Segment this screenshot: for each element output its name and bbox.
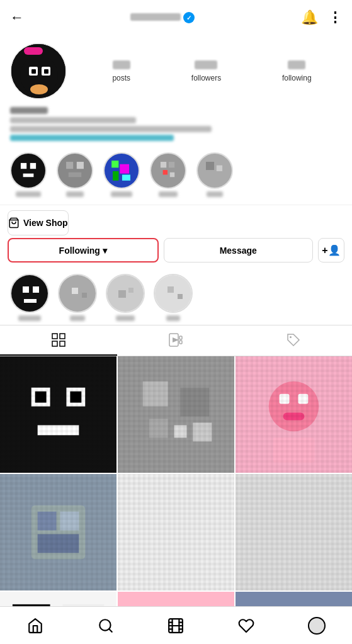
grid-item-4[interactable] bbox=[0, 474, 116, 590]
svg-rect-26 bbox=[198, 154, 232, 188]
message-button[interactable]: Message bbox=[164, 238, 314, 263]
followers-stat[interactable]: followers bbox=[191, 60, 221, 82]
hl2-label-2 bbox=[70, 315, 85, 321]
back-button[interactable]: ← bbox=[10, 9, 24, 26]
posts-count bbox=[113, 60, 130, 72]
bio-line2 bbox=[10, 126, 212, 132]
view-shop-label: View Shop bbox=[23, 218, 68, 228]
nav-reels[interactable] bbox=[162, 612, 190, 640]
highlight-label-4 bbox=[159, 191, 178, 197]
posts-stat[interactable]: posts bbox=[112, 60, 130, 82]
svg-rect-5 bbox=[31, 69, 36, 74]
svg-rect-1 bbox=[24, 47, 43, 55]
svg-point-7 bbox=[30, 84, 48, 94]
grid-item-5[interactable] bbox=[118, 474, 234, 590]
grid-item-1[interactable] bbox=[0, 356, 116, 473]
nav-actions: 🔔 ⋮ bbox=[301, 9, 342, 26]
svg-rect-18 bbox=[120, 164, 129, 174]
nav-home[interactable] bbox=[21, 612, 49, 640]
grid-item-3[interactable] bbox=[236, 356, 352, 473]
hl2-item-2[interactable] bbox=[58, 274, 97, 321]
svg-rect-46 bbox=[60, 341, 65, 346]
username-label bbox=[130, 12, 181, 23]
highlight-circle-2 bbox=[57, 152, 93, 189]
view-shop-wrapper: View Shop bbox=[0, 205, 352, 238]
highlight-circle-4 bbox=[150, 152, 186, 189]
bottom-navigation bbox=[0, 606, 352, 644]
highlight-item-1[interactable] bbox=[10, 152, 47, 197]
hl2-circle-4 bbox=[154, 274, 193, 313]
tab-video[interactable] bbox=[117, 325, 234, 356]
posts-label: posts bbox=[112, 74, 130, 82]
add-friend-icon: +👤 bbox=[322, 244, 340, 256]
search-icon bbox=[98, 618, 114, 634]
highlight-label-3 bbox=[111, 191, 132, 197]
hl2-label-4 bbox=[166, 315, 180, 321]
svg-rect-39 bbox=[128, 288, 133, 293]
highlight-item-3[interactable] bbox=[103, 152, 140, 197]
following-label: Following bbox=[59, 246, 100, 256]
svg-rect-32 bbox=[33, 286, 39, 293]
svg-rect-31 bbox=[23, 286, 29, 293]
hl2-item-4[interactable] bbox=[154, 274, 193, 321]
svg-point-51 bbox=[290, 336, 292, 338]
photo-grid: X O bbox=[0, 356, 352, 644]
svg-rect-42 bbox=[178, 294, 183, 299]
highlights-row bbox=[0, 147, 352, 205]
following-stat[interactable]: following bbox=[282, 60, 312, 82]
bio-name-bar bbox=[10, 107, 48, 114]
hl2-circle-3 bbox=[106, 274, 145, 313]
highlight-circle-1 bbox=[10, 152, 47, 189]
nav-activity[interactable] bbox=[232, 612, 260, 640]
verified-badge bbox=[183, 12, 195, 23]
tab-tagged[interactable] bbox=[235, 325, 352, 356]
svg-rect-20 bbox=[122, 175, 130, 181]
hl2-circle-1 bbox=[10, 274, 49, 313]
profile-top-row: posts followers following bbox=[10, 43, 342, 99]
svg-rect-30 bbox=[11, 275, 49, 313]
notification-icon[interactable]: 🔔 bbox=[301, 9, 318, 26]
profile-section: posts followers following bbox=[0, 35, 352, 99]
highlights-row-2 bbox=[0, 269, 352, 325]
shop-bag-icon bbox=[8, 217, 20, 229]
svg-rect-10 bbox=[30, 163, 36, 169]
svg-rect-49 bbox=[179, 336, 182, 339]
svg-rect-12 bbox=[58, 154, 92, 188]
svg-rect-43 bbox=[52, 334, 57, 339]
highlight-label-5 bbox=[207, 191, 223, 197]
svg-rect-36 bbox=[82, 293, 87, 298]
reels-icon bbox=[167, 618, 184, 634]
followers-count bbox=[195, 60, 217, 72]
svg-rect-50 bbox=[179, 341, 182, 344]
nav-profile[interactable] bbox=[303, 612, 331, 640]
highlight-label-2 bbox=[66, 191, 84, 197]
tab-grid[interactable] bbox=[0, 325, 117, 356]
following-button[interactable]: Following ▾ bbox=[8, 238, 159, 263]
add-friend-button[interactable]: +👤 bbox=[318, 238, 344, 263]
svg-rect-11 bbox=[23, 174, 34, 178]
hl2-item-3[interactable] bbox=[106, 274, 145, 321]
hl2-item-1[interactable] bbox=[10, 274, 49, 321]
svg-rect-35 bbox=[72, 288, 78, 294]
highlight-item-5[interactable] bbox=[196, 152, 233, 197]
grid-item-2[interactable] bbox=[118, 356, 234, 473]
home-icon bbox=[27, 618, 43, 634]
nav-search[interactable] bbox=[92, 612, 120, 640]
svg-rect-13 bbox=[66, 162, 73, 169]
svg-rect-14 bbox=[77, 162, 84, 169]
svg-rect-44 bbox=[60, 334, 65, 339]
svg-rect-25 bbox=[170, 172, 174, 177]
svg-rect-24 bbox=[163, 170, 167, 174]
username-area bbox=[130, 12, 195, 23]
highlight-item-4[interactable] bbox=[150, 152, 186, 197]
following-count bbox=[288, 60, 305, 72]
grid-item-6[interactable] bbox=[236, 474, 352, 590]
svg-rect-38 bbox=[118, 290, 126, 298]
view-shop-button[interactable]: View Shop bbox=[8, 210, 69, 235]
highlight-item-2[interactable] bbox=[57, 152, 93, 197]
more-options-icon[interactable]: ⋮ bbox=[328, 9, 342, 26]
following-chevron: ▾ bbox=[103, 246, 107, 256]
svg-rect-22 bbox=[161, 162, 166, 167]
highlight-circle-3 bbox=[103, 152, 140, 189]
svg-line-97 bbox=[109, 629, 112, 632]
